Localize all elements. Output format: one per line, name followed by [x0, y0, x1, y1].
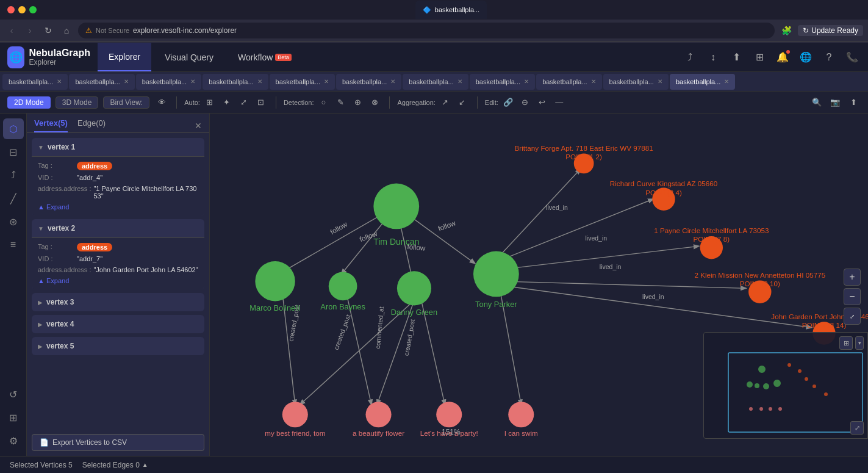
detection-icon-4[interactable]: ⊗ [367, 95, 382, 110]
graph-tab-10[interactable]: basketballpla...✕ [670, 74, 735, 90]
sidebar-icon-table[interactable]: ⊞ [3, 407, 24, 428]
node-post2[interactable] [365, 402, 391, 427]
detection-icon-3[interactable]: ⊕ [350, 95, 365, 110]
auto-icon-2[interactable]: ✦ [220, 95, 234, 110]
bird-view-icon[interactable]: 👁 [154, 95, 169, 110]
zoom-in-button[interactable]: + [844, 269, 861, 286]
agg-icon-2[interactable]: ↙ [455, 95, 470, 110]
tab-explorer[interactable]: Explorer [98, 43, 151, 71]
graph-tab-3[interactable]: basketballpla...✕ [203, 74, 268, 90]
node-marco[interactable] [255, 261, 295, 301]
edge-label-commented1: commented_at [374, 306, 385, 349]
sidebar-icon-history[interactable]: ↺ [3, 384, 24, 405]
bird-view-button[interactable]: Bird View: [103, 96, 149, 109]
layout-expand-icon[interactable]: ▾ [855, 336, 864, 350]
graph-tab-4[interactable]: basketballpla...✕ [270, 74, 335, 90]
vertex-5-header[interactable]: ▶ vertex 5 [32, 337, 204, 355]
expand-button[interactable]: ⤢ [844, 308, 861, 325]
import-icon[interactable]: ↕ [705, 49, 722, 66]
sidebar-icon-chart[interactable]: ≡ [3, 234, 24, 255]
home-button[interactable]: ⌂ [60, 24, 73, 37]
svg-point-12 [759, 407, 763, 411]
sidebar-icon-share[interactable]: ⤴ [3, 165, 24, 186]
graph-tab-8[interactable]: basketballpla...✕ [536, 74, 601, 90]
zoom-out-button[interactable]: − [844, 288, 861, 305]
tab-workflow[interactable]: Workflow Beta [227, 43, 303, 71]
node-aron[interactable] [329, 272, 357, 300]
sidebar-icon-line[interactable]: ╱ [3, 188, 24, 209]
graph-tab-6[interactable]: basketballpla...✕ [403, 74, 468, 90]
vertex-4-header[interactable]: ▶ vertex 4 [32, 315, 204, 333]
auto-icon-1[interactable]: ⊞ [203, 95, 217, 110]
edge-lived-richard [493, 199, 653, 263]
export-icon[interactable]: ⬆ [728, 49, 745, 66]
node-tim-duncan[interactable] [373, 184, 419, 229]
label-tony: Tony Parker [475, 300, 517, 309]
edit-icon-4[interactable]: — [552, 95, 567, 110]
sidebar-icon-filter[interactable]: ⊟ [3, 142, 24, 162]
forward-button[interactable]: › [23, 24, 37, 37]
sidebar-icon-settings[interactable]: ⚙ [3, 430, 24, 451]
panel-tab-vertex[interactable]: Vertex(5) [34, 118, 68, 132]
active-browser-tab[interactable]: 🔷 basketballpla... [415, 1, 487, 19]
auto-icon-3[interactable]: ⤢ [237, 95, 251, 110]
node-tony[interactable] [473, 251, 519, 297]
node-post1[interactable] [282, 402, 308, 427]
detection-section: Detection: ○ ✎ ⊕ ⊗ [284, 95, 382, 110]
mode-2d-button[interactable]: 2D Mode [7, 96, 51, 109]
sidebar-icon-graph[interactable]: ⬡ [3, 118, 24, 139]
layout-icon[interactable]: ⊞ [839, 336, 853, 350]
node-post3[interactable] [436, 402, 462, 427]
edit-icon-1[interactable]: 🔗 [501, 95, 515, 110]
vertex-2-expand-btn[interactable]: ▲ Expand [38, 277, 198, 284]
minimize-traffic-light[interactable] [18, 6, 26, 13]
graph-canvas[interactable]: follow follow follow follow lived_in liv… [210, 114, 868, 456]
export-vertices-button[interactable]: 📄 Export Vertices to CSV [32, 434, 204, 451]
graph-tab-7[interactable]: basketballpla...✕ [470, 74, 535, 90]
node-danny[interactable] [397, 271, 431, 305]
vertex-2-vid-field: VID : "addr_7" [38, 255, 198, 262]
graph-tab-0[interactable]: basketballpla...✕ [2, 74, 68, 90]
notification-icon[interactable]: 🔔 [774, 49, 791, 66]
panel-tab-edge[interactable]: Edge(0) [77, 118, 106, 132]
agg-icon-1[interactable]: ↗ [438, 95, 453, 110]
tab-visual-query[interactable]: Visual Query [154, 43, 224, 71]
close-traffic-light[interactable] [7, 6, 15, 13]
auto-icon-4[interactable]: ⊡ [254, 95, 268, 110]
vertex-1-expand-btn[interactable]: ▲ Expand [38, 203, 198, 211]
edit-icon-2[interactable]: ⊖ [518, 95, 533, 110]
update-ready-badge[interactable]: ↻ Update Ready [798, 25, 863, 36]
search-icon[interactable]: 🔍 [809, 95, 824, 110]
svg-rect-15 [728, 353, 863, 432]
label-post2: a beautify flower [353, 429, 404, 437]
maximize-traffic-light[interactable] [29, 6, 37, 13]
sidebar-icon-analyze[interactable]: ⊛ [3, 211, 24, 232]
edit-icon-3[interactable]: ↩ [535, 95, 550, 110]
share-icon[interactable]: ⤴ [681, 49, 698, 66]
graph-tab-5[interactable]: basketballpla...✕ [336, 74, 401, 90]
reload-button[interactable]: ↻ [41, 24, 55, 37]
detection-icon-1[interactable]: ○ [316, 95, 331, 110]
label-addr-richard-2: POINT(3 4) [645, 189, 682, 197]
vertex-2-header[interactable]: ▼ vertex 2 [32, 219, 204, 237]
help-icon[interactable]: ? [820, 49, 838, 66]
vertex-1-header[interactable]: ▼ vertex 1 [32, 138, 204, 156]
graph-tab-1[interactable]: basketballpla...✕ [69, 74, 134, 90]
address-bar[interactable]: ⚠ Not Secure explorer.vesoft-inc.com/exp… [78, 23, 775, 38]
panel-content: ▼ vertex 1 Tag : address VID : [27, 133, 209, 429]
graph-tab-2[interactable]: basketballpla...✕ [136, 74, 201, 90]
language-icon[interactable]: 🌐 [797, 49, 814, 66]
upload-icon[interactable]: ⬆ [846, 95, 861, 110]
node-post4[interactable] [508, 402, 534, 427]
mode-3d-button[interactable]: 3D Mode [56, 96, 99, 109]
vertex-3-header[interactable]: ▶ vertex 3 [32, 293, 204, 311]
detection-icon-2[interactable]: ✎ [333, 95, 348, 110]
graph-tab-9[interactable]: basketballpla...✕ [603, 74, 669, 90]
panel-close-button[interactable]: ✕ [195, 121, 202, 131]
camera-icon[interactable]: 📷 [828, 95, 842, 110]
user-icon[interactable]: 📞 [844, 49, 861, 66]
schema-icon[interactable]: ⊞ [751, 49, 768, 66]
back-button[interactable]: ‹ [5, 24, 18, 37]
fit-screen-icon[interactable]: ⤢ [850, 421, 864, 435]
extensions-button[interactable]: 🧩 [780, 24, 793, 37]
